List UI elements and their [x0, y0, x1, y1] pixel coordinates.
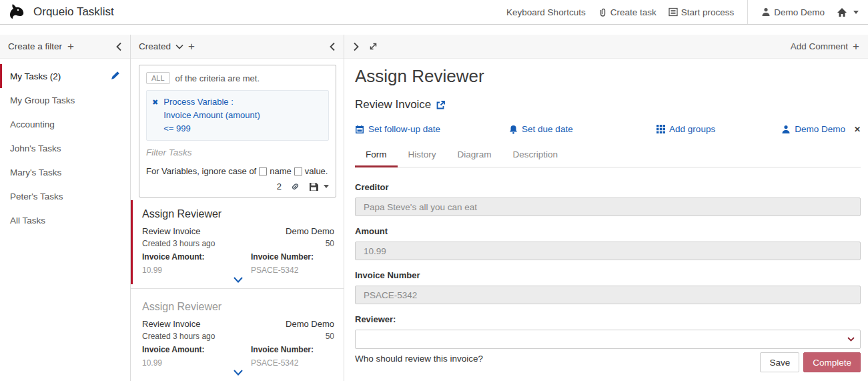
pencil-icon[interactable]	[110, 70, 121, 81]
set-followup-date-button[interactable]: Set follow-up date	[355, 124, 440, 134]
criteria-match-mode-button[interactable]: ALL	[146, 72, 170, 84]
filter-item-all-tasks[interactable]: All Tasks	[0, 208, 130, 232]
user-icon	[781, 125, 791, 134]
app-title: Orqueio Tasklist	[33, 5, 114, 19]
add-groups-button[interactable]: Add groups	[657, 124, 715, 134]
task-card-var-value: PSACE-5342	[251, 266, 334, 275]
set-due-date-button[interactable]: Set due date	[509, 124, 573, 134]
task-card[interactable]: Assign Reviewer Review Invoice Demo Demo…	[131, 200, 344, 284]
filter-item-johns-tasks[interactable]: John's Tasks	[0, 136, 130, 160]
add-comment-button[interactable]: Add Comment +	[791, 41, 859, 52]
sort-direction-icon[interactable]	[175, 44, 183, 49]
remove-criterion-icon[interactable]: ✖	[152, 97, 158, 135]
tab-diagram[interactable]: Diagram	[447, 144, 502, 167]
collapse-detail-panel-icon[interactable]	[353, 42, 360, 51]
amount-label: Amount	[355, 226, 861, 236]
complete-button[interactable]: Complete	[803, 352, 861, 372]
tab-form[interactable]: Form	[355, 144, 398, 167]
save-filter-button[interactable]	[309, 182, 329, 191]
ignore-case-value-checkbox[interactable]	[294, 167, 302, 175]
calendar-icon	[355, 125, 364, 134]
save-button[interactable]: Save	[760, 352, 799, 372]
task-card-var-label: Invoice Number:	[251, 252, 334, 262]
ignore-case-value-label: value.	[305, 166, 328, 176]
criterion-type: Process Variable :	[163, 95, 260, 109]
task-card-var-label: Invoice Amount:	[142, 345, 251, 354]
criterion-variable: Invoice Amount (amount)	[163, 109, 260, 122]
process-name: Review Invoice	[355, 98, 431, 111]
task-count: 2	[277, 181, 282, 191]
task-title: Assign Reviewer	[355, 66, 861, 87]
create-filter-button[interactable]: +	[67, 41, 74, 52]
task-card-priority: 50	[326, 332, 334, 341]
orca-logo-icon	[8, 4, 25, 20]
invoice-number-field[interactable]	[355, 286, 861, 304]
filter-item-marys-tasks[interactable]: Mary's Tasks	[0, 160, 130, 184]
filter-list: My Tasks (2) My Group Tasks Accounting J…	[0, 59, 130, 232]
criterion-expression: <= 999	[163, 122, 260, 135]
bell-icon	[509, 125, 518, 134]
task-card-assignee: Demo Demo	[286, 319, 334, 329]
detail-tabs: Form History Diagram Description	[355, 144, 861, 167]
start-process-button[interactable]: Start process	[669, 7, 735, 17]
creditor-field[interactable]	[355, 198, 861, 216]
top-navbar: Orqueio Tasklist Keyboard Shortcuts Crea…	[0, 0, 868, 25]
creditor-label: Creditor	[355, 182, 861, 192]
task-card-process: Review Invoice	[142, 226, 200, 236]
task-card-var-label: Invoice Amount:	[142, 252, 251, 262]
task-card-title: Assign Reviewer	[142, 208, 334, 220]
reviewer-select[interactable]	[355, 330, 861, 349]
task-search-box: ALL of the criteria are met. ✖ Process V…	[139, 65, 336, 198]
task-card-priority: 50	[326, 239, 334, 248]
tab-description[interactable]: Description	[502, 144, 569, 167]
task-card-var-value: PSACE-5342	[251, 358, 334, 368]
grid-icon	[657, 125, 665, 133]
navbar-divider	[747, 0, 748, 24]
caret-down-icon	[324, 185, 329, 188]
invoice-number-label: Invoice Number	[355, 270, 861, 280]
user-menu[interactable]: Demo Demo	[761, 7, 825, 17]
filter-item-peters-tasks[interactable]: Peter's Tasks	[0, 184, 130, 208]
filter-item-accounting[interactable]: Accounting	[0, 112, 130, 136]
assignee-button[interactable]: Demo Demo	[781, 124, 845, 134]
paperclip-icon	[598, 7, 607, 17]
task-card-created: Created 3 hours ago	[142, 332, 215, 341]
task-card[interactable]: Assign Reviewer Review Invoice Demo Demo…	[131, 293, 344, 377]
tab-history[interactable]: History	[398, 144, 447, 167]
tasklist-panel: Created + ALL of the criteria are met. ✖…	[131, 35, 344, 381]
task-card-var-value: 10.99	[142, 358, 251, 368]
list-icon	[669, 7, 678, 17]
chevron-down-icon	[847, 337, 855, 342]
sort-by-label[interactable]: Created	[139, 41, 171, 51]
expand-variables-icon[interactable]	[234, 277, 243, 283]
filter-item-my-tasks[interactable]: My Tasks (2)	[0, 64, 130, 88]
collapse-list-panel-icon[interactable]	[329, 42, 336, 51]
task-card-var-value: 10.99	[142, 266, 251, 275]
reviewer-label: Reviewer:	[355, 314, 861, 324]
task-card-assignee: Demo Demo	[286, 226, 334, 236]
fullscreen-icon[interactable]	[369, 42, 378, 51]
copy-link-icon[interactable]	[290, 181, 300, 191]
task-card-title: Assign Reviewer	[142, 301, 334, 313]
create-task-button[interactable]: Create task	[598, 7, 657, 17]
expand-variables-icon[interactable]	[234, 370, 243, 376]
ignore-case-text: For Variables, ignore case of	[146, 166, 256, 176]
criteria-match-text: of the criteria are met.	[175, 73, 260, 83]
floppy-icon	[309, 182, 318, 191]
remove-assignee-icon[interactable]: ✕	[854, 125, 861, 134]
collapse-left-panel-icon[interactable]	[115, 42, 122, 51]
keyboard-shortcuts-link[interactable]: Keyboard Shortcuts	[506, 7, 586, 17]
amount-field[interactable]	[355, 242, 861, 260]
criterion-pill[interactable]: ✖ Process Variable : Invoice Amount (amo…	[146, 90, 329, 141]
home-menu[interactable]	[837, 7, 859, 17]
filter-item-my-group-tasks[interactable]: My Group Tasks	[0, 88, 130, 112]
task-card-divider	[131, 288, 344, 289]
user-icon	[761, 7, 771, 17]
external-link-icon[interactable]	[436, 100, 446, 110]
task-form: Creditor Amount Invoice Number Reviewer:…	[355, 182, 861, 364]
ignore-case-name-checkbox[interactable]	[259, 167, 267, 175]
filter-tasks-input[interactable]	[146, 147, 329, 157]
add-sort-button[interactable]: +	[188, 41, 195, 52]
filters-panel: Create a filter + My Tasks (2) My Group …	[0, 35, 131, 381]
task-card-process: Review Invoice	[142, 319, 200, 329]
